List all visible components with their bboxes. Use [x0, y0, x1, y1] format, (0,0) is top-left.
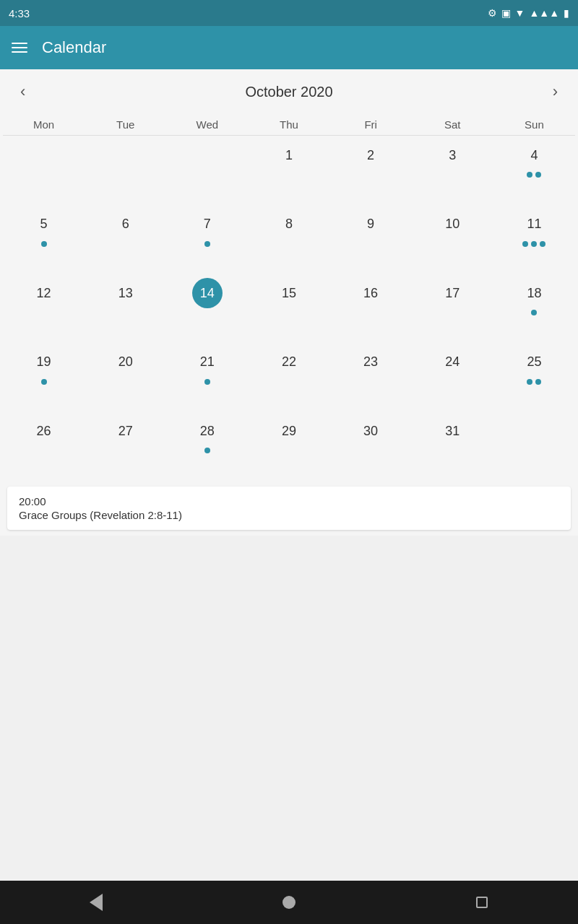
event-dot [204, 448, 210, 453]
day-number: 30 [355, 416, 386, 446]
status-time: 4:33 [9, 7, 30, 19]
day-number: 20 [111, 347, 141, 378]
day-header-sat: Sat [412, 114, 493, 135]
calendar-cell[interactable]: 16 [330, 274, 412, 343]
calendar-cell[interactable]: 5 [3, 205, 85, 274]
calendar-cell[interactable]: 8 [248, 205, 329, 274]
calendar-cell[interactable]: 21 [166, 343, 248, 412]
calendar-cell[interactable]: 28 [166, 411, 248, 481]
calendar-cell[interactable]: 14 [166, 274, 248, 343]
day-number: 27 [111, 416, 141, 446]
day-number: 24 [437, 347, 467, 378]
calendar-cell[interactable]: 15 [248, 274, 329, 343]
event-dot [535, 172, 541, 178]
calendar-cell[interactable]: 7 [166, 205, 248, 274]
calendar-cell[interactable]: 9 [330, 205, 412, 274]
calendar-cell[interactable]: 1 [248, 136, 329, 205]
battery-icon: ▮ [564, 7, 569, 19]
calendar-cell[interactable]: 26 [3, 411, 85, 481]
event-dots [522, 241, 545, 247]
home-icon [282, 896, 296, 909]
event-card[interactable]: 20:00 Grace Groups (Revelation 2:8-11) [7, 487, 571, 530]
event-dot [204, 379, 210, 385]
back-icon [90, 894, 103, 911]
calendar-cell[interactable]: 13 [85, 274, 166, 343]
day-number [519, 416, 549, 446]
calendar-cell[interactable]: 11 [493, 205, 575, 274]
calendar-cell[interactable]: 4 [493, 136, 575, 205]
day-number: 19 [29, 347, 59, 378]
day-number [192, 140, 223, 170]
nav-bar [0, 881, 578, 924]
prev-month-button[interactable]: ‹ [14, 79, 31, 104]
calendar-cell [3, 136, 85, 205]
event-dot [41, 379, 47, 385]
calendar-cell[interactable]: 22 [248, 343, 329, 412]
day-number: 9 [355, 209, 386, 240]
event-dot [535, 379, 541, 385]
signal-icon: ▲▲▲ [529, 7, 559, 19]
day-header-tue: Tue [85, 114, 166, 135]
day-number: 6 [111, 209, 141, 240]
calendar-cell[interactable]: 17 [412, 274, 493, 343]
event-dots [531, 310, 537, 315]
app-title: Calendar [42, 38, 106, 57]
day-number: 11 [519, 209, 549, 240]
day-number: 18 [519, 278, 549, 308]
day-number: 2 [355, 140, 386, 170]
day-number: 28 [192, 416, 223, 446]
day-number [111, 140, 141, 170]
calendar-cell[interactable]: 2 [330, 136, 412, 205]
calendar-cell[interactable]: 12 [3, 274, 85, 343]
calendar-cell[interactable]: 3 [412, 136, 493, 205]
battery-saver-icon: ▣ [501, 7, 511, 19]
event-dot [204, 241, 210, 247]
event-dot [522, 241, 528, 247]
event-dot [41, 241, 47, 247]
calendar-cell[interactable]: 24 [412, 343, 493, 412]
calendar-cell[interactable]: 18 [493, 274, 575, 343]
day-number: 26 [29, 416, 59, 446]
calendar-cell[interactable]: 6 [85, 205, 166, 274]
recents-button[interactable] [467, 888, 496, 917]
month-title: October 2020 [245, 84, 332, 100]
day-header-fri: Fri [330, 114, 412, 135]
month-navigation: ‹ October 2020 › [0, 69, 578, 114]
app-bar: Calendar [0, 26, 578, 69]
calendar-container: ‹ October 2020 › Mon Tue Wed Thu Fri Sat… [0, 69, 578, 881]
day-header-wed: Wed [166, 114, 248, 135]
calendar-cell[interactable]: 19 [3, 343, 85, 412]
next-month-button[interactable]: › [547, 79, 564, 104]
event-dot [531, 241, 537, 247]
bottom-area [0, 536, 578, 881]
day-number: 12 [29, 278, 59, 308]
event-dots [41, 379, 47, 385]
day-number: 8 [274, 209, 304, 240]
back-button[interactable] [82, 888, 111, 917]
settings-icon: ⚙ [488, 7, 497, 19]
calendar-cell[interactable]: 27 [85, 411, 166, 481]
status-bar: 4:33 ⚙ ▣ ▼ ▲▲▲ ▮ [0, 0, 578, 26]
day-number: 21 [192, 347, 223, 378]
calendar-cell[interactable]: 29 [248, 411, 329, 481]
event-dots [204, 448, 210, 453]
day-number: 5 [29, 209, 59, 240]
calendar-cell[interactable]: 20 [85, 343, 166, 412]
menu-button[interactable] [12, 43, 27, 53]
calendar-cell[interactable]: 31 [412, 411, 493, 481]
calendar-cell[interactable]: 10 [412, 205, 493, 274]
event-dot [527, 172, 532, 178]
calendar-cell[interactable]: 23 [330, 343, 412, 412]
day-number [29, 140, 59, 170]
event-title: Grace Groups (Revelation 2:8-11) [19, 509, 559, 521]
wifi-icon: ▼ [515, 7, 525, 19]
calendar-cell[interactable]: 25 [493, 343, 575, 412]
day-header-mon: Mon [3, 114, 85, 135]
day-number: 25 [519, 347, 549, 378]
home-button[interactable] [275, 888, 303, 917]
day-number: 3 [437, 140, 467, 170]
day-number: 10 [437, 209, 467, 240]
day-number: 7 [192, 209, 223, 240]
calendar-cell[interactable]: 30 [330, 411, 412, 481]
event-dots [41, 241, 47, 247]
